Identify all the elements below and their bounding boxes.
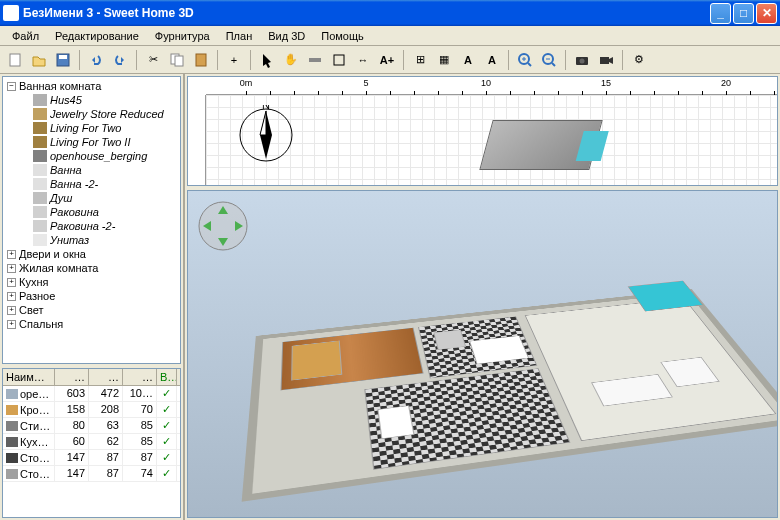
visible-checkbox[interactable]: ✓ — [157, 418, 177, 433]
furniture-icon — [33, 234, 47, 246]
vertical-ruler — [188, 95, 206, 185]
menu-plan[interactable]: План — [218, 28, 261, 44]
svg-point-16 — [580, 58, 585, 63]
furniture-bed — [291, 340, 342, 380]
plan-model-preview[interactable] — [479, 120, 602, 170]
table-row[interactable]: Сти…806385✓ — [3, 418, 180, 434]
expand-icon[interactable]: + — [7, 278, 16, 287]
wall-icon[interactable] — [304, 49, 326, 71]
compass-icon[interactable]: N — [236, 105, 296, 165]
tree-item[interactable]: Hus45 — [5, 93, 178, 107]
room-living — [525, 298, 777, 441]
col-1[interactable]: … — [55, 369, 89, 385]
navigation-3d-control[interactable] — [198, 201, 248, 251]
tree-item[interactable]: Раковина -2- — [5, 219, 178, 233]
expand-icon[interactable]: + — [7, 264, 16, 273]
maximize-button[interactable]: □ — [733, 3, 754, 24]
tree-category[interactable]: +Разное — [5, 289, 178, 303]
visible-checkbox[interactable]: ✓ — [157, 466, 177, 481]
table-row[interactable]: Сто…1478787✓ — [3, 450, 180, 466]
table-row[interactable]: Кро…15820870✓ — [3, 402, 180, 418]
tree-category[interactable]: +Спальня — [5, 317, 178, 331]
visible-checkbox[interactable]: ✓ — [157, 450, 177, 465]
view-3d[interactable] — [187, 190, 778, 518]
tree-item[interactable]: Душ — [5, 191, 178, 205]
tree-item[interactable]: Ванна — [5, 163, 178, 177]
content-area: − Ванная комната Hus45Jewelry Store Redu… — [0, 74, 780, 520]
visible-checkbox[interactable]: ✓ — [157, 434, 177, 449]
table-row[interactable]: Сто…1478774✓ — [3, 466, 180, 482]
table-row[interactable]: Кух…606285✓ — [3, 434, 180, 450]
tree-category-label: Свет — [19, 304, 43, 316]
show-plan-icon[interactable]: ⊞ — [409, 49, 431, 71]
expand-icon[interactable]: + — [7, 292, 16, 301]
room-icon[interactable] — [328, 49, 350, 71]
cell: 87 — [89, 466, 123, 481]
tree-item[interactable]: Раковина — [5, 205, 178, 219]
menu-3dview[interactable]: Вид 3D — [260, 28, 313, 44]
col-3[interactable]: … — [123, 369, 157, 385]
text3-icon[interactable]: A — [481, 49, 503, 71]
expand-icon[interactable]: + — [7, 306, 16, 315]
select-icon[interactable] — [256, 49, 278, 71]
table-header[interactable]: Наим… … … … В… — [3, 369, 180, 386]
plan-canvas[interactable]: N — [206, 95, 777, 185]
menu-help[interactable]: Помощь — [313, 28, 372, 44]
tree-category[interactable]: +Жилая комната — [5, 261, 178, 275]
menu-furniture[interactable]: Фурнитура — [147, 28, 218, 44]
open-icon[interactable] — [28, 49, 50, 71]
video-icon[interactable] — [595, 49, 617, 71]
text-icon[interactable]: A+ — [376, 49, 398, 71]
tree-category[interactable]: +Двери и окна — [5, 247, 178, 261]
room-3d-render[interactable] — [248, 216, 767, 507]
col-name[interactable]: Наим… — [3, 369, 55, 385]
copy-icon[interactable] — [166, 49, 188, 71]
tree-category-label: Спальня — [19, 318, 63, 330]
tree-item[interactable]: openhouse_berging — [5, 149, 178, 163]
furniture-catalog-tree[interactable]: − Ванная комната Hus45Jewelry Store Redu… — [2, 76, 181, 364]
undo-icon[interactable] — [85, 49, 107, 71]
tree-item[interactable]: Living For Two II — [5, 135, 178, 149]
dimension-icon[interactable]: ↔ — [352, 49, 374, 71]
tree-category-label: Жилая комната — [19, 262, 98, 274]
tree-item[interactable]: Унитаз — [5, 233, 178, 247]
camera-icon[interactable] — [571, 49, 593, 71]
save-icon[interactable] — [52, 49, 74, 71]
svg-text:N: N — [262, 105, 270, 111]
tree-item[interactable]: Living For Two — [5, 121, 178, 135]
table-row[interactable]: ope…60347210…✓ — [3, 386, 180, 402]
tree-item[interactable]: Jewelry Store Reduced — [5, 107, 178, 121]
text2-icon[interactable]: A — [457, 49, 479, 71]
col-2[interactable]: … — [89, 369, 123, 385]
cell: 158 — [55, 402, 89, 417]
expand-icon[interactable]: + — [7, 320, 16, 329]
tree-item[interactable]: Ванна -2- — [5, 177, 178, 191]
redo-icon[interactable] — [109, 49, 131, 71]
close-button[interactable]: ✕ — [756, 3, 777, 24]
zoom-in-icon[interactable] — [514, 49, 536, 71]
tree-category[interactable]: +Свет — [5, 303, 178, 317]
menu-file[interactable]: Файл — [4, 28, 47, 44]
tree-item-label: Ванна — [50, 164, 82, 176]
expand-icon[interactable]: + — [7, 250, 16, 259]
menu-edit[interactable]: Редактирование — [47, 28, 147, 44]
pan-icon[interactable]: ✋ — [280, 49, 302, 71]
zoom-out-icon[interactable] — [538, 49, 560, 71]
visible-checkbox[interactable]: ✓ — [157, 402, 177, 417]
furniture-list-table[interactable]: Наим… … … … В… ope…60347210…✓Кро…1582087… — [2, 368, 181, 518]
minimize-button[interactable]: _ — [710, 3, 731, 24]
col-visible[interactable]: В… — [157, 369, 177, 385]
collapse-icon[interactable]: − — [7, 82, 16, 91]
sidebar: − Ванная комната Hus45Jewelry Store Redu… — [0, 74, 185, 520]
visible-checkbox[interactable]: ✓ — [157, 386, 177, 401]
tree-category-bathroom[interactable]: − Ванная комната — [5, 79, 178, 93]
new-icon[interactable] — [4, 49, 26, 71]
plan-2d-view[interactable]: 0m5101520 N — [187, 76, 778, 186]
window-title: БезИмени 3 - Sweet Home 3D — [23, 6, 710, 20]
paste-icon[interactable] — [190, 49, 212, 71]
cut-icon[interactable]: ✂ — [142, 49, 164, 71]
tree-category[interactable]: +Кухня — [5, 275, 178, 289]
preferences-icon[interactable]: ⚙ — [628, 49, 650, 71]
add-furniture-icon[interactable]: + — [223, 49, 245, 71]
show-3d-icon[interactable]: ▦ — [433, 49, 455, 71]
